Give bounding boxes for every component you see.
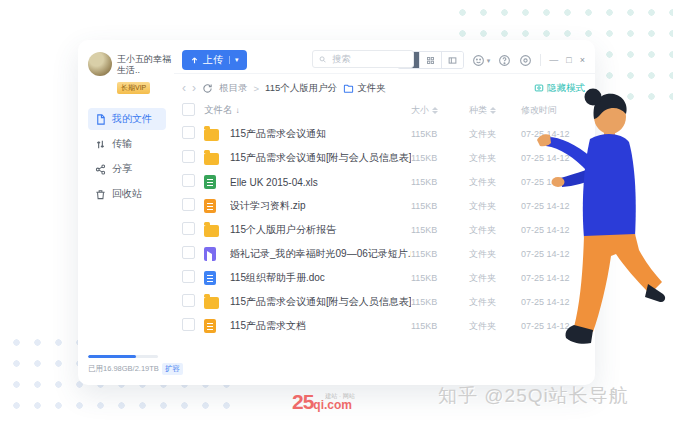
back-button[interactable]: ‹ xyxy=(182,82,186,94)
row-checkbox[interactable] xyxy=(182,174,195,187)
logo-25: 25 xyxy=(292,390,313,414)
file-name[interactable]: 115产品需求会议通知 xyxy=(230,127,411,141)
sidebar-item-transfer[interactable]: 传输 xyxy=(88,133,166,155)
file-rows: 115产品需求会议通知 115KB 文件夹 07-25 14-12 115产品需… xyxy=(182,122,585,338)
upload-caret-icon[interactable]: ▾ xyxy=(229,56,239,64)
file-name[interactable]: 115产品需求文档 xyxy=(230,319,411,333)
file-name[interactable]: 115组织帮助手册.doc xyxy=(230,271,411,285)
row-checkbox[interactable] xyxy=(182,198,195,211)
upload-icon xyxy=(190,56,199,65)
file-row[interactable]: 115产品需求文档 115KB 文件夹 07-25 14-12 xyxy=(182,314,585,338)
search-box[interactable] xyxy=(312,50,414,68)
file-size: 115KB xyxy=(411,249,469,259)
account-icon xyxy=(472,54,485,67)
header-size[interactable]: 大小 xyxy=(411,104,469,117)
settings-button[interactable] xyxy=(519,54,532,67)
breadcrumb-current[interactable]: 115个人版用户分 xyxy=(265,82,337,95)
file-name[interactable]: 115产品需求会议通知[附与会人员信息表]2018.19.15 xyxy=(230,295,411,309)
sidebar-item-label: 回收站 xyxy=(112,187,142,201)
file-row[interactable]: 婚礼记录_我的幸福时光09—06记录短片.mp4 115KB 文件夹 07-25… xyxy=(182,242,585,266)
file-name[interactable]: 115个人版用户分析报告 xyxy=(230,223,411,237)
file-row[interactable]: 115个人版用户分析报告 115KB 文件夹 07-25 14-12 xyxy=(182,218,585,242)
trash-icon xyxy=(95,189,106,200)
sidebar-item-recycle-bin[interactable]: 回收站 xyxy=(88,183,166,205)
breadcrumb: ‹ › 根目录 > 115个人版用户分 文件夹 隐藏模式 xyxy=(182,80,585,96)
column-view-button[interactable] xyxy=(442,52,463,68)
watermark-25qi-logo: 25 建站 · 网站 qi.com xyxy=(292,390,352,414)
upload-button[interactable]: 上传 ▾ xyxy=(182,50,247,70)
sidebar: 王小五的幸福生活.. 长期VIP 我的文件 传输 分享 回收站 xyxy=(78,40,174,385)
file-name[interactable]: 婚礼记录_我的幸福时光09—06记录短片.mp4 xyxy=(230,247,411,261)
row-checkbox[interactable] xyxy=(182,318,195,331)
row-checkbox[interactable] xyxy=(182,246,195,259)
row-checkbox[interactable] xyxy=(182,150,195,163)
file-name[interactable]: Elle UK 2015-04.xls xyxy=(230,177,411,188)
file-size: 115KB xyxy=(411,129,469,139)
sort-both-icon xyxy=(490,107,496,114)
header-type[interactable]: 种类 xyxy=(469,104,521,117)
account-menu-button[interactable]: ▾ xyxy=(472,54,491,67)
transfer-icon xyxy=(95,139,106,150)
current-folder-tag: 文件夹 xyxy=(343,82,386,95)
file-type: 文件夹 xyxy=(469,176,521,189)
file-row[interactable]: Elle UK 2015-04.xls 115KB 文件夹 07-25 14-1… xyxy=(182,170,585,194)
select-all-checkbox[interactable] xyxy=(182,103,195,116)
breadcrumb-separator: > xyxy=(254,83,260,94)
main-panel: 上传 ▾ xyxy=(174,40,595,385)
file-row[interactable]: 115组织帮助手册.doc 115KB 文件夹 07-25 14-12 xyxy=(182,266,585,290)
upload-label: 上传 xyxy=(203,53,223,67)
avatar[interactable] xyxy=(88,52,112,76)
toolbar-separator xyxy=(174,73,595,74)
file-type: 文件夹 xyxy=(469,200,521,213)
sort-both-icon xyxy=(432,107,438,114)
file-name[interactable]: 115产品需求会议通知[附与会人员信息表]2018.19.15 xyxy=(230,151,411,165)
user-profile[interactable]: 王小五的幸福生活.. xyxy=(88,52,174,76)
toolbar: 上传 ▾ xyxy=(182,49,585,71)
sidebar-item-label: 我的文件 xyxy=(112,112,152,126)
file-size: 115KB xyxy=(411,225,469,235)
row-checkbox[interactable] xyxy=(182,126,195,139)
sidebar-nav: 我的文件 传输 分享 回收站 xyxy=(88,108,174,205)
refresh-icon[interactable] xyxy=(202,83,213,94)
gear-icon xyxy=(519,54,532,67)
folder-tag-label: 文件夹 xyxy=(357,82,386,95)
sort-down-icon[interactable]: ↓ xyxy=(236,106,240,115)
file-row[interactable]: 设计学习资料.zip 115KB 文件夹 07-25 14-12 xyxy=(182,194,585,218)
file-size: 115KB xyxy=(411,321,469,331)
forward-button[interactable]: › xyxy=(192,82,196,94)
sidebar-item-my-files[interactable]: 我的文件 xyxy=(88,108,166,130)
row-checkbox[interactable] xyxy=(182,222,195,235)
sidebar-item-share[interactable]: 分享 xyxy=(88,158,166,180)
file-row[interactable]: 115产品需求会议通知[附与会人员信息表]2018.19.15 115KB 文件… xyxy=(182,290,585,314)
file-row[interactable]: 115产品需求会议通知[附与会人员信息表]2018.19.15 115KB 文件… xyxy=(182,146,585,170)
file-type-icon xyxy=(204,271,216,285)
file-row[interactable]: 115产品需求会议通知 115KB 文件夹 07-25 14-12 xyxy=(182,122,585,146)
grid-view-icon xyxy=(426,56,435,65)
file-type: 文件夹 xyxy=(469,320,521,333)
file-name[interactable]: 设计学习资料.zip xyxy=(230,199,411,213)
row-checkbox[interactable] xyxy=(182,270,195,283)
search-input[interactable] xyxy=(330,53,407,65)
file-size: 115KB xyxy=(411,273,469,283)
minimize-button[interactable]: — xyxy=(549,56,558,65)
file-type: 文件夹 xyxy=(469,128,521,141)
close-button[interactable]: × xyxy=(580,56,585,65)
file-type-icon xyxy=(204,319,216,333)
header-file-name[interactable]: 文件名↓ xyxy=(204,104,411,117)
file-type-icon xyxy=(204,129,219,141)
file-type: 文件夹 xyxy=(469,248,521,261)
file-size: 115KB xyxy=(411,153,469,163)
person-illustration xyxy=(534,86,666,350)
help-button[interactable] xyxy=(498,54,511,67)
file-type-icon xyxy=(204,225,219,237)
file-type-icon xyxy=(204,199,216,213)
app-window: 王小五的幸福生活.. 长期VIP 我的文件 传输 分享 回收站 xyxy=(78,40,595,385)
row-checkbox[interactable] xyxy=(182,294,195,307)
grid-view-button[interactable] xyxy=(420,52,442,68)
column-view-icon xyxy=(448,56,457,65)
logo-tagline: 建站 · 网站 xyxy=(325,392,354,401)
file-type: 文件夹 xyxy=(469,296,521,309)
storage-progress-fill xyxy=(88,355,136,358)
maximize-button[interactable]: □ xyxy=(566,56,571,65)
breadcrumb-root[interactable]: 根目录 xyxy=(219,82,248,95)
